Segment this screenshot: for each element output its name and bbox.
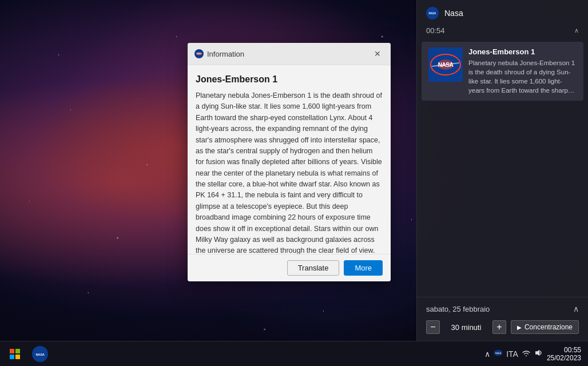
notif-bottom: sabato, 25 febbraio ∧ − 30 minuti + ▶ Co… [417, 297, 588, 341]
start-button[interactable] [5, 344, 25, 364]
translate-button[interactable]: Translate [287, 260, 340, 276]
dialog-close-button[interactable]: ✕ [371, 47, 384, 60]
tray-nasa-icon[interactable]: NASA [494, 348, 503, 359]
notif-date: sabato, 25 febbraio [426, 305, 490, 313]
notif-time-row: 00:54 ∧ [417, 24, 588, 39]
svg-text:NASA: NASA [495, 352, 502, 355]
notif-thumbnail: NASA [428, 47, 463, 82]
notif-nasa-icon: NASA [426, 7, 439, 19]
svg-marker-18 [535, 350, 539, 356]
svg-rect-12 [10, 355, 14, 359]
clock[interactable]: 00:55 25/02/2023 [547, 346, 581, 362]
system-tray: ∧ NASA ITA [484, 346, 581, 362]
notif-spacer [417, 103, 588, 297]
notif-expand-icon[interactable]: ∧ [574, 27, 579, 34]
notif-content: Jones-Emberson 1 Planetary nebula Jones-… [468, 47, 577, 95]
notif-collapse-button[interactable]: ∧ [573, 304, 579, 313]
svg-rect-13 [15, 355, 20, 359]
clock-time: 00:55 [547, 346, 581, 354]
notif-top: NASA Nasa [417, 0, 588, 24]
svg-text:NASA: NASA [35, 352, 45, 356]
focus-button[interactable]: ▶ Concentrazione [511, 320, 579, 334]
timer-plus-button[interactable]: + [492, 320, 506, 334]
notif-card-title: Jones-Emberson 1 [468, 47, 577, 56]
dialog-title-text: Information [207, 50, 244, 58]
taskbar: NASA ∧ NASA ITA [0, 341, 588, 366]
dialog-body: Jones-Emberson 1 Planetary nebula Jones-… [188, 65, 391, 254]
tray-volume-icon[interactable] [534, 348, 543, 359]
taskbar-right: ∧ NASA ITA [484, 346, 588, 362]
notif-card[interactable]: NASA Jones-Emberson 1 Planetary nebula J… [422, 42, 583, 101]
taskbar-left: NASA [0, 344, 50, 364]
dialog-title-area: NASA Information [194, 49, 244, 58]
more-button[interactable]: More [344, 260, 383, 276]
timer-minus-button[interactable]: − [426, 320, 440, 334]
svg-text:NASA: NASA [438, 62, 454, 68]
notif-time: 00:54 [426, 26, 445, 35]
tray-language-icon[interactable]: ITA [506, 349, 518, 359]
nasa-taskbar-button[interactable]: NASA [30, 344, 50, 364]
notif-app-name: Nasa [444, 9, 579, 18]
svg-text:NASA: NASA [429, 12, 437, 15]
tray-wifi-icon[interactable] [522, 349, 531, 359]
dialog-nasa-icon: NASA [194, 49, 204, 58]
dialog-article-title: Jones-Emberson 1 [196, 74, 383, 85]
play-icon: ▶ [517, 324, 522, 331]
tray-expand-icon[interactable]: ∧ [484, 349, 490, 359]
dialog-footer: Translate More [188, 254, 391, 281]
dialog-article-body: Planetary nebula Jones-Emberson 1 is the… [196, 90, 383, 254]
svg-rect-10 [10, 349, 14, 353]
dialog-header: NASA Information ✕ [188, 43, 391, 65]
svg-text:NASA: NASA [197, 53, 202, 55]
information-dialog: NASA Information ✕ Jones-Emberson 1 Plan… [188, 43, 391, 281]
clock-date: 25/02/2023 [547, 354, 581, 362]
notif-date-row: sabato, 25 febbraio ∧ [426, 304, 579, 313]
focus-row: − 30 minuti + ▶ Concentrazione [426, 320, 579, 334]
nasa-logo-small: NASA [32, 346, 48, 362]
svg-rect-11 [15, 349, 20, 353]
timer-value: 30 minuti [444, 323, 488, 332]
notification-panel: NASA Nasa 00:54 ∧ NASA Jones-Emberson 1 … [416, 0, 588, 341]
notif-card-body: Planetary nebula Jones-Emberson 1 is the… [468, 58, 577, 95]
focus-label: Concentrazione [525, 323, 573, 331]
